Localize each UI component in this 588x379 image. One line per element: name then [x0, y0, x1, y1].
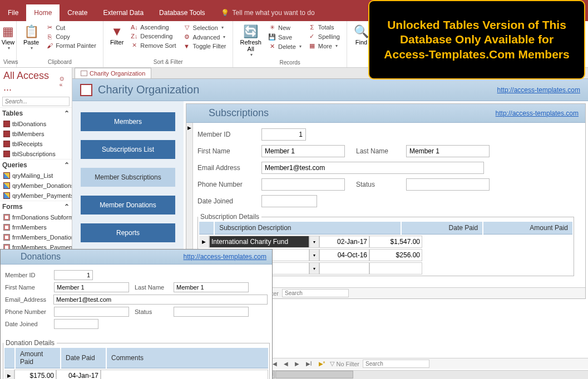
nav-query-item[interactable]: qryMember_Payments: [0, 191, 72, 201]
outer-nav-last[interactable]: ▶I: [304, 361, 314, 367]
main-form-link[interactable]: http://access-templates.com: [497, 86, 580, 94]
detail-amount-field[interactable]: [369, 236, 422, 248]
donations-link[interactable]: http://access-templates.com: [184, 253, 266, 261]
table-icon: [3, 121, 10, 127]
subscriptions-link[interactable]: http://access-templates.com: [496, 109, 579, 117]
detail-date-field[interactable]: [319, 249, 369, 261]
save-button[interactable]: 💾Save: [266, 33, 304, 41]
detail-dropdown-button[interactable]: ▾: [309, 262, 319, 275]
database-tools-tab[interactable]: Database Tools: [151, 4, 213, 21]
nav-section-forms[interactable]: Forms⌃: [0, 201, 72, 212]
sort-desc-icon: Z↓: [130, 33, 138, 39]
don-phone-field[interactable]: [54, 307, 129, 317]
selection-button[interactable]: ▽Selection▾: [181, 23, 229, 32]
nav-form-item[interactable]: frmMembers: [0, 222, 72, 232]
nav-button-member-donations[interactable]: Member Donations: [81, 196, 175, 215]
outer-nav-new[interactable]: ▶*: [317, 361, 327, 367]
more-button[interactable]: ▦More▾: [306, 42, 342, 50]
detail-desc-field[interactable]: [209, 236, 309, 248]
filter-button[interactable]: ▼Filter: [107, 22, 127, 51]
nav-table-item[interactable]: tblDonations: [0, 119, 72, 129]
outer-nav-prev[interactable]: ◀: [282, 361, 290, 367]
promo-banner: Unlocked Tables Version of This Database…: [368, 0, 585, 79]
ascending-button[interactable]: A↓Ascending: [128, 23, 178, 31]
nav-table-item[interactable]: tblSubscriptions: [0, 149, 72, 159]
nav-query-item[interactable]: qryMember_Donations: [0, 181, 72, 191]
status-field[interactable]: [406, 178, 490, 191]
outer-nav-next[interactable]: ▶: [293, 361, 301, 367]
detail-amount-field[interactable]: [369, 249, 422, 261]
descending-button[interactable]: Z↓Descending: [128, 32, 178, 40]
delete-button[interactable]: ✕Delete▾: [266, 42, 304, 51]
detail-row-selector[interactable]: ▶: [199, 236, 209, 248]
detail-dropdown-button[interactable]: ▾: [309, 236, 319, 248]
last-name-field[interactable]: [406, 145, 490, 157]
paste-button[interactable]: 📋Paste▾: [20, 22, 42, 53]
date-joined-field[interactable]: [261, 195, 317, 207]
advanced-icon: ⚙: [183, 33, 191, 41]
don-row-selector[interactable]: ▶: [4, 370, 14, 379]
member-id-field[interactable]: [261, 128, 306, 141]
create-tab[interactable]: Create: [60, 4, 95, 21]
new-button[interactable]: ✳New: [266, 23, 304, 32]
table-icon: [3, 131, 10, 137]
toggle-filter-button[interactable]: ▼Toggle Filter: [181, 42, 229, 50]
detail-dropdown-button[interactable]: ▾: [309, 249, 319, 261]
nav-section-tables[interactable]: Tables⌃: [0, 107, 72, 119]
spelling-icon: ✓: [308, 33, 316, 40]
document-tab[interactable]: Charity Organization: [75, 68, 151, 78]
subform-search-input[interactable]: [282, 289, 349, 297]
nav-table-item[interactable]: tblReceipts: [0, 139, 72, 149]
detail-date-field[interactable]: [319, 262, 369, 275]
don-email-field[interactable]: [53, 295, 268, 305]
refresh-icon: 🔄: [243, 24, 258, 39]
tell-me-search[interactable]: 💡 Tell me what you want to do: [213, 4, 323, 21]
totals-button[interactable]: ΣTotals: [306, 23, 342, 31]
nav-pane-title[interactable]: All Access ...⊙ «: [0, 68, 72, 96]
don-first-name-field[interactable]: [54, 282, 129, 292]
view-button[interactable]: ▦View▾: [3, 22, 13, 53]
don-date-field[interactable]: [56, 370, 101, 379]
form-header-icon: [80, 84, 92, 96]
detail-amount-field[interactable]: [369, 262, 422, 275]
format-painter-button[interactable]: 🖌Format Painter: [43, 42, 98, 49]
don-status-field[interactable]: [174, 307, 249, 317]
advanced-button[interactable]: ⚙Advanced▾: [181, 33, 229, 41]
nav-button-member-subscriptions[interactable]: Member Subscriptions: [81, 168, 175, 187]
nav-table-item[interactable]: tblMembers: [0, 129, 72, 139]
refresh-all-button[interactable]: 🔄Refresh All▾: [236, 22, 265, 59]
email-field[interactable]: [261, 162, 484, 174]
outer-search-input[interactable]: [363, 360, 429, 368]
don-date-joined-field[interactable]: [54, 319, 98, 329]
remove-sort-button[interactable]: ⨯Remove Sort: [128, 41, 178, 49]
phone-field[interactable]: [261, 178, 345, 191]
don-date-joined-label: Date Joined: [5, 321, 48, 327]
don-comments-field[interactable]: [101, 370, 268, 379]
home-tab[interactable]: Home: [26, 4, 60, 21]
detail-date-field[interactable]: [319, 236, 369, 248]
nav-search-input[interactable]: [2, 97, 70, 106]
file-tab[interactable]: File: [0, 4, 26, 21]
nav-button-members[interactable]: Members: [81, 112, 175, 131]
horizontal-scrollbar[interactable]: ◀: [267, 370, 588, 379]
subscription-details-legend: Subscription Details: [198, 213, 261, 221]
external-data-tab[interactable]: External Data: [95, 4, 151, 21]
sigma-icon: Σ: [308, 24, 316, 31]
outer-no-filter[interactable]: ▽No Filter: [330, 360, 359, 367]
copy-button[interactable]: ⎘Copy: [43, 33, 98, 41]
don-amount-field[interactable]: [14, 370, 56, 379]
don-last-name-field[interactable]: [174, 282, 249, 292]
nav-form-item[interactable]: frmMembers_DonationP...: [0, 232, 72, 242]
phone-label: Phone Number: [197, 181, 250, 188]
nav-query-item[interactable]: qryMailing_List: [0, 171, 72, 181]
nav-form-item[interactable]: frmDonations Subform: [0, 212, 72, 222]
first-name-field[interactable]: [261, 145, 345, 157]
paste-icon: 📋: [24, 24, 39, 39]
don-member-id-field[interactable]: [54, 270, 93, 280]
spelling-button[interactable]: ✓Spelling: [306, 32, 342, 41]
nav-button-reports[interactable]: Reports: [81, 223, 175, 242]
nav-button-subscriptions-list[interactable]: Subscriptions List: [81, 140, 175, 159]
cut-button[interactable]: ✂Cut: [43, 23, 98, 32]
banner-text: Unlocked Tables Version of This Database…: [381, 18, 573, 62]
nav-section-queries[interactable]: Queries⌃: [0, 159, 72, 171]
